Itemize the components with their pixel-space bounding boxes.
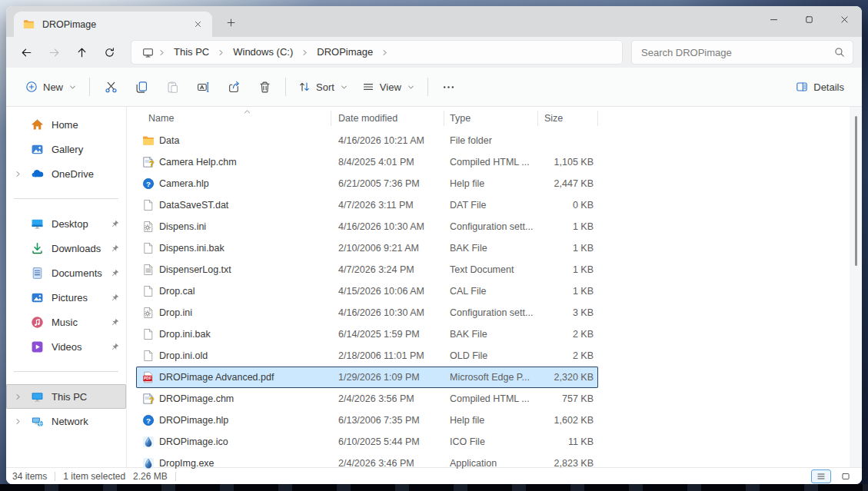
tab-close-button[interactable] xyxy=(189,16,206,33)
file-name: Dispens.ini xyxy=(159,221,206,232)
videos-icon xyxy=(31,340,44,353)
table-row[interactable]: Drop.ini.bak6/14/2025 1:59 PMBAK File2 K… xyxy=(136,323,598,345)
sidebar-item-label: Network xyxy=(52,416,120,427)
type-cell: Configuration sett... xyxy=(444,307,538,318)
file-name-cell: PDFDROPimage Advanced.pdf xyxy=(136,371,331,383)
sidebar-item-documents[interactable]: Documents xyxy=(6,260,126,285)
new-tab-button[interactable] xyxy=(220,12,241,33)
more-options-button[interactable] xyxy=(434,73,464,101)
svg-text:?: ? xyxy=(149,396,154,405)
address-bar[interactable]: This PCWindows (C:)DROPimage xyxy=(131,40,623,65)
music-icon xyxy=(31,316,44,329)
window-controls xyxy=(756,6,862,32)
ini-file-icon xyxy=(142,221,155,233)
type-cell: CAL File xyxy=(444,286,538,297)
paste-button xyxy=(157,73,188,101)
maximize-button[interactable] xyxy=(791,6,826,32)
scrollbar-thumb[interactable] xyxy=(855,116,857,266)
sidebar-item-desktop[interactable]: Desktop xyxy=(6,211,126,236)
expander-slot[interactable] xyxy=(14,393,31,401)
new-button[interactable]: New xyxy=(18,73,84,101)
date-modified-cell: 4/7/2026 3:24 PM xyxy=(331,264,444,275)
file-name: Camera Help.chm xyxy=(159,157,237,168)
delete-button[interactable] xyxy=(249,73,280,101)
hlp-file-icon: ? xyxy=(142,414,155,426)
table-row[interactable]: ?Camera Help.chm8/4/2025 4:01 PMCompiled… xyxy=(136,151,598,173)
column-header-name[interactable]: Name xyxy=(136,111,331,126)
minimize-button[interactable] xyxy=(756,6,791,32)
close-button[interactable] xyxy=(826,6,862,32)
table-row[interactable]: ?DROPimage.hlp6/13/2006 7:35 PMHelp file… xyxy=(136,410,598,431)
rename-button[interactable] xyxy=(188,73,218,101)
sidebar-item-videos[interactable]: Videos xyxy=(6,334,126,359)
details-pane-button[interactable]: Details xyxy=(789,73,851,101)
file-list-pane: Name Date modified Type Size Data4/16/20… xyxy=(127,107,862,467)
file-name-cell: Dispens.ini xyxy=(136,221,331,233)
file-name: DataSaveST.dat xyxy=(159,200,228,211)
forward-button[interactable] xyxy=(40,40,68,65)
expander-slot[interactable] xyxy=(14,170,31,178)
sidebar-item-network[interactable]: Network xyxy=(6,409,126,433)
up-button[interactable] xyxy=(68,40,95,65)
size-cell: 3 KB xyxy=(538,307,598,318)
size-cell: 1 KB xyxy=(538,286,598,297)
status-divider xyxy=(55,472,55,481)
date-modified-cell: 6/10/2025 5:44 PM xyxy=(331,436,444,447)
onedrive-icon xyxy=(31,168,44,181)
sidebar-item-music[interactable]: Music xyxy=(6,310,126,334)
refresh-button[interactable] xyxy=(95,40,123,65)
breadcrumb-item-dropimage[interactable]: DROPimage xyxy=(310,42,380,62)
ini-file-icon xyxy=(142,307,155,319)
column-header-type[interactable]: Type xyxy=(444,111,538,126)
table-row[interactable]: Drop.ini.old2/18/2006 11:01 PMOLD File2 … xyxy=(136,345,598,367)
tab-title: DROPimage xyxy=(42,19,181,30)
view-button[interactable]: View xyxy=(355,73,422,101)
rename-icon xyxy=(197,81,210,94)
copy-button[interactable] xyxy=(126,73,157,101)
sidebar-item-home[interactable]: Home xyxy=(6,112,126,137)
view-icon xyxy=(362,81,374,93)
tab-dropimage[interactable]: DROPimage xyxy=(14,12,212,37)
maximize-icon xyxy=(804,15,814,25)
table-row[interactable]: PDFDROPimage Advanced.pdf1/29/2026 1:09 … xyxy=(136,367,598,388)
svg-text:PDF: PDF xyxy=(144,377,151,380)
size-cell: 757 KB xyxy=(538,393,598,404)
sort-button[interactable]: Sort xyxy=(291,73,355,101)
table-row[interactable]: DropImg.exe2/4/2026 3:46 PMApplication2,… xyxy=(136,453,598,474)
search-box[interactable] xyxy=(631,40,853,65)
file-list: Data4/16/2026 10:21 AMFile folder?Camera… xyxy=(127,130,862,474)
table-row[interactable]: DispenserLog.txt4/7/2026 3:24 PMText Doc… xyxy=(136,259,598,280)
table-row[interactable]: ?DROPimage.chm2/4/2026 3:56 PMCompiled H… xyxy=(136,388,598,410)
vertical-scrollbar[interactable] xyxy=(850,107,862,467)
column-header-date-modified[interactable]: Date modified xyxy=(331,111,444,126)
sidebar-item-this-pc[interactable]: This PC xyxy=(6,384,126,409)
back-button[interactable] xyxy=(12,40,40,65)
size-cell: 2,447 KB xyxy=(538,178,598,189)
breadcrumb-item-windows-c[interactable]: Windows (C:) xyxy=(226,42,300,62)
file-name-cell: ?DROPimage.chm xyxy=(136,393,331,405)
table-row[interactable]: Drop.cal4/15/2026 10:06 AMCAL File1 KB xyxy=(136,280,598,302)
column-header-size[interactable]: Size xyxy=(538,111,598,126)
table-row[interactable]: DROPimage.ico6/10/2025 5:44 PMICO File11… xyxy=(136,431,598,453)
table-row[interactable]: Drop.ini4/16/2026 10:30 AMConfiguration … xyxy=(136,302,598,323)
table-row[interactable]: Dispens.ini4/16/2026 10:30 AMConfigurati… xyxy=(136,216,598,237)
file-name: Camera.hlp xyxy=(159,178,209,189)
network-icon xyxy=(31,415,44,428)
sidebar-item-pictures[interactable]: Pictures xyxy=(6,285,126,310)
expander-slot[interactable] xyxy=(14,417,31,426)
size-cell: 1,602 KB xyxy=(538,415,598,426)
sidebar-item-gallery[interactable]: Gallery xyxy=(6,137,126,161)
table-row[interactable]: Data4/16/2026 10:21 AMFile folder xyxy=(136,130,598,151)
table-row[interactable]: DataSaveST.dat4/7/2026 3:11 PMDAT File0 … xyxy=(136,194,598,216)
cut-button[interactable] xyxy=(95,73,126,101)
table-row[interactable]: Dispens.ini.bak2/10/2006 9:21 AMBAK File… xyxy=(136,237,598,259)
sidebar-item-downloads[interactable]: Downloads xyxy=(6,236,126,260)
search-input[interactable] xyxy=(640,46,834,59)
items-count: 34 items xyxy=(12,471,47,482)
breadcrumb-item-this-pc[interactable]: This PC xyxy=(167,42,216,62)
drop-app-icon xyxy=(142,436,155,448)
table-row[interactable]: ?Camera.hlp6/21/2005 7:36 PMHelp file2,4… xyxy=(136,173,598,194)
details-panel-icon xyxy=(796,81,808,93)
sidebar-item-onedrive[interactable]: OneDrive xyxy=(6,161,126,186)
share-button[interactable] xyxy=(218,73,249,101)
